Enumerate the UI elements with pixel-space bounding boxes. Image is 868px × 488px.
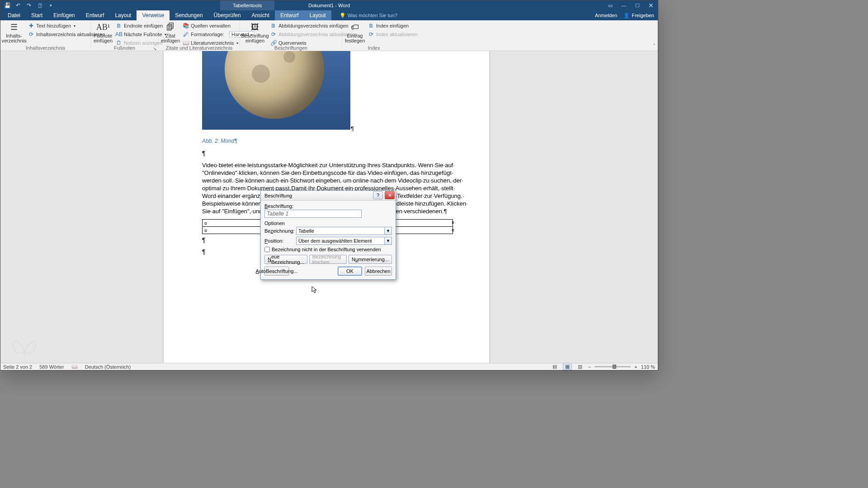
quick-access-toolbar: 💾 ↶ ↷ ⍰ ▾ <box>0 1 56 10</box>
insert-toc-button[interactable]: ☰ Inhalts- verzeichnis <box>3 22 25 48</box>
tab-entwurf[interactable]: Entwurf <box>80 10 110 20</box>
insert-index-button[interactable]: 🗎Index einfügen <box>367 22 419 30</box>
status-page[interactable]: Seite 2 von 2 <box>3 364 32 370</box>
chevron-down-icon[interactable]: ▼ <box>384 227 392 235</box>
tab-sendungen[interactable]: Sendungen <box>170 10 208 20</box>
document-image-moon[interactable] <box>202 51 350 130</box>
background-watermark-icon <box>9 333 40 360</box>
tab-table-entwurf[interactable]: Entwurf <box>275 10 304 20</box>
update-index-label: Index aktualisieren <box>376 32 418 37</box>
close-icon[interactable]: ✕ <box>644 0 658 10</box>
tab-start[interactable]: Start <box>26 10 48 20</box>
title-bar: 💾 ↶ ↷ ⍰ ▾ Tabellentools Dokument1 - Word… <box>0 0 658 10</box>
tell-me-search[interactable]: 💡Was möchten Sie tun? <box>334 10 403 20</box>
footnotes-dialog-launcher-icon[interactable]: ↘ <box>152 46 157 51</box>
print-layout-view-icon[interactable]: ▦ <box>563 364 572 370</box>
read-mode-view-icon[interactable]: ▤ <box>550 364 559 370</box>
chevron-down-icon[interactable]: ▼ <box>384 237 392 244</box>
mark-index-entry-button[interactable]: 🏷 Eintrag festlegen <box>345 22 365 48</box>
mark-entry-label: Eintrag festlegen <box>345 33 365 43</box>
share-button[interactable]: 👤Freigeben <box>623 13 654 19</box>
exclude-label-checkbox[interactable]: Bezeichnung nicht in der Beschriftung ve… <box>264 247 392 252</box>
redo-icon[interactable]: ↷ <box>24 1 34 10</box>
ribbon-display-options-icon[interactable]: ▭ <box>604 0 617 10</box>
new-label-button[interactable]: Neue Bezeichnung... <box>264 255 307 264</box>
maximize-icon[interactable]: ☐ <box>631 0 644 10</box>
insert-citation-button[interactable]: 🗐 Zitat einfügen <box>161 22 179 48</box>
status-word-count[interactable]: 589 Wörter <box>39 364 64 370</box>
style-label: Formatvorlage: <box>191 32 224 37</box>
tab-einfuegen[interactable]: Einfügen <box>48 10 80 20</box>
caption-input[interactable] <box>264 210 362 218</box>
tof-icon: 🗎 <box>270 23 277 29</box>
endnote-icon: 🗎 <box>116 23 122 29</box>
mouse-cursor-icon <box>311 286 318 294</box>
position-select-value: Über dem ausgewählten Element <box>298 238 372 244</box>
manage-sources-icon: 📚 <box>183 23 189 29</box>
dialog-titlebar[interactable]: Beschriftung ? ✕ <box>261 191 396 201</box>
zoom-out-icon[interactable]: − <box>588 364 591 370</box>
share-icon: 👤 <box>623 13 630 19</box>
auto-caption-text: utoBeschriftung... <box>259 268 298 274</box>
row-end-mark: ¤ <box>452 220 455 224</box>
touch-mode-icon[interactable]: ⍰ <box>35 1 45 10</box>
save-icon[interactable]: 💾 <box>2 1 12 10</box>
group-label-captions: Beschriftungen <box>274 45 307 51</box>
group-label-footnotes: Fußnoten <box>114 45 135 51</box>
exclude-label-checkbox-input[interactable] <box>264 247 270 252</box>
tab-ueberpruefen[interactable]: Überprüfen <box>208 10 246 20</box>
tab-datei[interactable]: Datei <box>2 10 26 20</box>
cancel-button[interactable]: Abbrechen <box>365 267 392 276</box>
ribbon-tabs: Datei Start Einfügen Entwurf Layout Verw… <box>0 10 658 20</box>
document-canvas[interactable]: ¶ Abb. 2: Mond¶ ¶ Video·bietet·eine·leis… <box>0 51 658 363</box>
tab-verweise[interactable]: Verweise <box>137 10 170 20</box>
update-tof-icon: ⟳ <box>270 31 277 38</box>
footnote-icon: AB¹ <box>98 22 108 33</box>
status-spellcheck-icon[interactable]: 📖 <box>71 364 78 370</box>
status-language[interactable]: Deutsch (Österreich) <box>85 364 131 370</box>
update-index-button[interactable]: ⟳Index aktualisieren <box>367 30 419 38</box>
insert-footnote-button[interactable]: AB¹ Fußnote einfügen <box>94 22 113 48</box>
status-bar: Seite 2 von 2 589 Wörter 📖 Deutsch (Öste… <box>0 363 658 370</box>
collapse-ribbon-icon[interactable]: ˆ <box>653 43 655 50</box>
pilcrow-mark: ¶ <box>202 236 206 244</box>
undo-icon[interactable]: ↶ <box>13 1 23 10</box>
add-text-icon: ✚ <box>28 23 34 29</box>
numbering-text: mmerierung... <box>358 257 389 262</box>
exclude-label-text: Bezeichnung nicht in der Beschriftung ve… <box>272 247 381 252</box>
insert-caption-button[interactable]: 🖼 Beschriftung einfügen <box>243 22 267 48</box>
insert-toc-label: Inhalts- verzeichnis <box>1 33 26 43</box>
qat-customize-icon[interactable]: ▾ <box>46 1 56 10</box>
zoom-level[interactable]: 110 % <box>641 364 655 370</box>
label-select[interactable]: Tabelle▼ <box>296 227 392 235</box>
mark-entry-icon: 🏷 <box>349 22 360 33</box>
ok-button[interactable]: OK <box>338 267 362 276</box>
update-index-icon: ⟳ <box>368 31 374 38</box>
row-end-mark: ¤ <box>452 228 455 231</box>
insert-footnote-label: Fußnote einfügen <box>94 33 113 43</box>
lightbulb-icon: 💡 <box>340 13 346 19</box>
zoom-slider-thumb[interactable] <box>613 365 616 369</box>
sign-in-link[interactable]: Anmelden <box>595 13 618 18</box>
dialog-help-icon[interactable]: ? <box>373 191 383 199</box>
numbering-button[interactable]: Nummerierung... <box>349 255 392 264</box>
position-select[interactable]: Über dem ausgewählten Element▼ <box>296 237 392 245</box>
next-footnote-icon: AB <box>116 31 122 38</box>
tab-table-layout[interactable]: Layout <box>304 10 331 20</box>
caption-icon: 🖼 <box>250 22 260 33</box>
insert-endnote-label: Endnote einfügen <box>124 23 163 28</box>
auto-caption-button[interactable]: AutoBeschriftung... <box>264 267 289 276</box>
pilcrow-mark: ¶ <box>202 150 206 157</box>
tab-layout[interactable]: Layout <box>109 10 137 20</box>
minimize-icon[interactable]: — <box>617 0 631 10</box>
dialog-close-icon[interactable]: ✕ <box>385 191 395 199</box>
zoom-slider[interactable] <box>594 366 631 367</box>
tab-ansicht[interactable]: Ansicht <box>246 10 275 20</box>
web-layout-view-icon[interactable]: ▥ <box>576 364 585 370</box>
zoom-in-icon[interactable]: + <box>634 364 637 370</box>
next-footnote-label: Nächste Fußnote <box>124 32 162 37</box>
toc-icon: ☰ <box>9 22 19 33</box>
new-label-text: eue Bezeichnung... <box>271 254 304 265</box>
caption-dialog: Beschriftung ? ✕ Beschriftung: Optionen … <box>260 190 396 280</box>
update-icon: ⟳ <box>28 31 34 38</box>
